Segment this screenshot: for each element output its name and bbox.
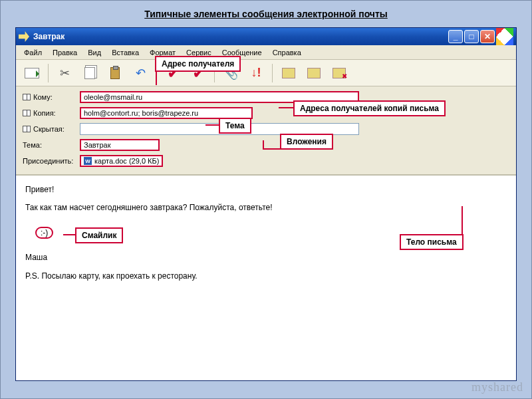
compose-window: Завтрак _ □ ✕ Файл Правка Вид Вставка Фо… bbox=[15, 27, 517, 381]
bcc-row: Скрытая: bbox=[23, 121, 509, 137]
window-title: Завтрак bbox=[33, 32, 448, 41]
smiley-highlight: :-) bbox=[35, 227, 53, 239]
menu-view[interactable]: Вид bbox=[82, 47, 106, 58]
callout-cc-addresses: Адреса получателей копий письма bbox=[293, 100, 446, 116]
toolbar: ✂ ↶ ✔ ✔ 📎 ↓! bbox=[16, 60, 516, 86]
cc-label: Копия: bbox=[23, 109, 76, 117]
window-controls: _ □ ✕ bbox=[448, 30, 495, 43]
subject-field[interactable] bbox=[80, 139, 160, 151]
callout-body: Тело письма bbox=[400, 234, 464, 250]
encrypt-button[interactable] bbox=[305, 64, 323, 82]
watermark: myshared bbox=[471, 380, 523, 394]
priority-icon: ↓! bbox=[251, 66, 261, 80]
message-body[interactable]: Привет! Так как там насчет сегодняшнего … bbox=[16, 175, 516, 380]
addressbook-icon[interactable] bbox=[23, 126, 31, 132]
titlebar: Завтрак _ □ ✕ bbox=[16, 28, 516, 45]
menu-insert[interactable]: Вставка bbox=[106, 47, 144, 58]
callout-subject: Тема bbox=[219, 118, 251, 134]
copy-icon bbox=[84, 67, 95, 79]
clipboard-icon bbox=[110, 67, 120, 79]
toolbar-separator bbox=[272, 64, 273, 82]
body-greeting: Привет! bbox=[25, 184, 507, 196]
attach-filename: карта.doc (29,0 КБ) bbox=[94, 157, 159, 165]
maximize-button[interactable]: □ bbox=[464, 30, 479, 43]
addressbook-icon[interactable] bbox=[23, 94, 31, 100]
app-icon bbox=[19, 31, 29, 42]
slide-caption: Типичные элементы сообщения электронной … bbox=[1, 9, 531, 19]
body-signature: Маша bbox=[25, 251, 507, 264]
callout-smiley: Смайлик bbox=[75, 227, 123, 243]
to-label: Кому: bbox=[23, 93, 76, 101]
message-headers: Кому: Копия: Скрытая: Тема: Присоединить… bbox=[16, 86, 516, 175]
menubar: Файл Правка Вид Вставка Формат Сервис Со… bbox=[16, 45, 516, 60]
offline-icon bbox=[332, 68, 346, 78]
undo-icon: ↶ bbox=[136, 66, 146, 80]
toolbar-separator bbox=[48, 64, 49, 82]
menu-file[interactable]: Файл bbox=[19, 47, 47, 58]
scissors-icon: ✂ bbox=[60, 66, 70, 80]
copy-button[interactable] bbox=[80, 64, 99, 82]
encrypt-icon bbox=[307, 68, 321, 78]
cut-button[interactable]: ✂ bbox=[55, 64, 74, 82]
subject-label: Тема: bbox=[23, 141, 76, 149]
menu-help[interactable]: Справка bbox=[267, 47, 307, 58]
body-line: Так как там насчет сегодняшнего завтрака… bbox=[25, 201, 507, 214]
send-button[interactable] bbox=[23, 64, 41, 82]
windows-flag-icon bbox=[496, 28, 513, 45]
callout-recipient-address: Адрес получателя bbox=[155, 56, 241, 72]
bcc-label: Скрытая: bbox=[23, 125, 76, 133]
sign-icon bbox=[282, 68, 295, 78]
offline-button[interactable] bbox=[330, 64, 348, 82]
word-doc-icon: W bbox=[84, 157, 92, 165]
paste-button[interactable] bbox=[106, 64, 124, 82]
callout-attachments: Вложения bbox=[280, 134, 333, 150]
sign-button[interactable] bbox=[279, 64, 298, 82]
attach-field[interactable]: W карта.doc (29,0 КБ) bbox=[80, 155, 163, 167]
menu-edit[interactable]: Правка bbox=[47, 47, 82, 58]
minimize-button[interactable]: _ bbox=[448, 30, 463, 43]
undo-button[interactable]: ↶ bbox=[131, 64, 150, 82]
body-ps: P.S. Посылаю карту, как проехать к ресто… bbox=[25, 270, 507, 283]
addressbook-icon[interactable] bbox=[23, 110, 31, 116]
close-button[interactable]: ✕ bbox=[480, 30, 495, 43]
attach-label: Присоединить: bbox=[23, 157, 76, 165]
attach-row: Присоединить: W карта.doc (29,0 КБ) bbox=[23, 153, 509, 169]
priority-button[interactable]: ↓! bbox=[247, 64, 265, 82]
send-icon bbox=[25, 68, 39, 78]
